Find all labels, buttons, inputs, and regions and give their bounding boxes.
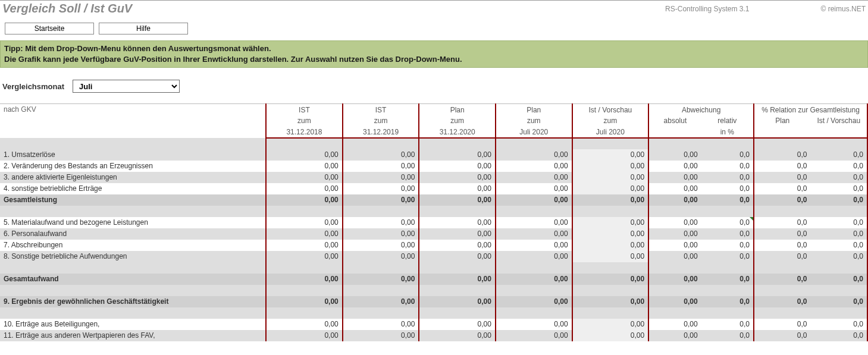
num-cell: 0,00 — [419, 161, 496, 172]
hdr-fc-bot: Juli 2020 — [572, 127, 649, 138]
hdr-ist1: IST — [266, 104, 343, 115]
num-cell: 0,00 — [496, 172, 572, 183]
num-cell: 0,00 — [266, 240, 343, 251]
num-cell: 0,00 — [266, 319, 343, 330]
num-cell: 0,00 — [648, 161, 701, 172]
num-cell: 0,0 — [811, 274, 868, 285]
num-cell: 0,00 — [343, 251, 419, 262]
num-cell: 0,00 — [343, 149, 419, 161]
num-cell: 0,0 — [811, 183, 868, 194]
table-row: 3. andere aktivierte Eigenleistungen0,00… — [0, 172, 867, 183]
row-label: 4. sonstige betriebliche Erträge — [0, 183, 266, 194]
num-cell: 0,00 — [343, 172, 419, 183]
table-row: 6. Personalaufwand0,000,000,000,000,000,… — [0, 228, 867, 240]
num-cell: 0,0 — [701, 274, 754, 285]
row-label: 7. Abschreibungen — [0, 240, 266, 251]
num-cell: 0,00 — [419, 183, 496, 194]
hdr-abs: absolut — [648, 115, 701, 127]
table-row: 11. Erträge aus anderen Wertpapieren des… — [0, 330, 867, 341]
num-cell: 0,00 — [496, 251, 572, 262]
num-cell: 0,00 — [496, 330, 572, 341]
row-label: 1. Umsatzerlöse — [0, 149, 266, 161]
num-cell: 0,00 — [496, 319, 572, 330]
num-cell: 0,00 — [648, 240, 701, 251]
num-cell: 0,00 — [343, 296, 419, 307]
num-cell: 0,00 — [343, 330, 419, 341]
num-cell: 0,00 — [343, 183, 419, 194]
row-label: 9. Ergebnis der gewöhnlichen Geschäftstä… — [0, 296, 266, 307]
table-row — [0, 307, 867, 319]
table-row: Gesamtaufwand0,000,000,000,000,000,000,0… — [0, 274, 867, 285]
table-row: 1. Umsatzerlöse0,000,000,000,000,000,000… — [0, 149, 867, 161]
num-cell: 0,0 — [811, 217, 868, 228]
num-cell: 0,0 — [754, 319, 810, 330]
num-cell: 0,00 — [648, 274, 701, 285]
table-row: 7. Abschreibungen0,000,000,000,000,000,0… — [0, 240, 867, 251]
hdr-relp-bot — [754, 127, 810, 138]
num-cell: 0,0 — [754, 251, 810, 262]
num-cell: 0,00 — [266, 217, 343, 228]
hdr-ist2-bot: 31.12.2019 — [343, 127, 419, 138]
num-cell: 0,00 — [496, 274, 572, 285]
row-label: 5. Materialaufwand und bezogene Leistung… — [0, 217, 266, 228]
hdr-ist1-mid: zum — [266, 115, 343, 127]
num-cell: 0,00 — [419, 330, 496, 341]
num-cell: 0,00 — [343, 217, 419, 228]
num-cell: 0,0 — [811, 161, 868, 172]
num-cell: 0,00 — [496, 194, 572, 206]
guv-table: nach GKV IST IST Plan Plan Ist / Vorscha… — [0, 103, 868, 341]
num-cell: 0,00 — [266, 274, 343, 285]
num-cell: 0,0 — [701, 228, 754, 240]
num-cell: 0,00 — [419, 251, 496, 262]
num-cell: 0,00 — [648, 296, 701, 307]
num-cell: 0,0 — [754, 228, 810, 240]
num-cell: 0,00 — [648, 251, 701, 262]
tip-banner: Tipp: Mit dem Drop-Down-Menu können den … — [0, 40, 868, 68]
num-cell: 0,00 — [648, 194, 701, 206]
num-cell: 0,00 — [419, 172, 496, 183]
num-cell: 0,0 — [754, 172, 810, 183]
hdr-planf-bot: 31.12.2020 — [419, 127, 496, 138]
num-cell: 0,0 — [754, 330, 810, 341]
num-cell: 0,0 — [811, 296, 868, 307]
num-cell: 0,0 — [701, 194, 754, 206]
num-cell: 0,00 — [419, 240, 496, 251]
num-cell: 0,00 — [266, 194, 343, 206]
month-select[interactable]: Juli — [73, 80, 180, 93]
table-row — [0, 262, 867, 274]
num-cell: 0,00 — [266, 228, 343, 240]
num-cell: 0,00 — [266, 149, 343, 161]
num-cell: 0,0 — [754, 149, 810, 161]
home-button[interactable]: Startseite — [5, 23, 94, 34]
num-cell: 0,00 — [572, 274, 649, 285]
hdr-rel: relativ — [701, 115, 754, 127]
num-cell: 0,0 — [811, 319, 868, 330]
hdr-planm-bot: Juli 2020 — [496, 127, 572, 138]
hdr-ist1-bot: 31.12.2018 — [266, 127, 343, 138]
num-cell: 0,00 — [496, 228, 572, 240]
row-label: 6. Personalaufwand — [0, 228, 266, 240]
num-cell: 0,0 — [754, 274, 810, 285]
num-cell: 0,00 — [266, 296, 343, 307]
num-cell: 0,0 — [754, 296, 810, 307]
num-cell: 0,00 — [496, 240, 572, 251]
help-button[interactable]: Hilfe — [99, 23, 188, 34]
num-cell: 0,00 — [419, 194, 496, 206]
num-cell: 0,00 — [572, 217, 649, 228]
num-cell: 0,00 — [419, 228, 496, 240]
num-cell: 0,00 — [572, 319, 649, 330]
num-cell: 0,00 — [343, 161, 419, 172]
num-cell: 0,00 — [572, 251, 649, 262]
hdr-abs-bot — [648, 127, 701, 138]
table-row: 5. Materialaufwand und bezogene Leistung… — [0, 217, 867, 228]
table-row: 9. Ergebnis der gewöhnlichen Geschäftstä… — [0, 296, 867, 307]
table-row: 2. Veränderung des Bestands an Erzeugnis… — [0, 161, 867, 172]
num-cell: 0,0 — [754, 194, 810, 206]
row-label: Gesamtleistung — [0, 194, 266, 206]
table-row: 10. Erträge aus Beteiligungen,0,000,000,… — [0, 319, 867, 330]
hdr-rel-plan: Plan — [754, 115, 810, 127]
num-cell: 0,0 — [701, 251, 754, 262]
num-cell: 0,0 — [701, 296, 754, 307]
hdr-plan-full: Plan — [419, 104, 496, 115]
num-cell: 0,00 — [266, 172, 343, 183]
